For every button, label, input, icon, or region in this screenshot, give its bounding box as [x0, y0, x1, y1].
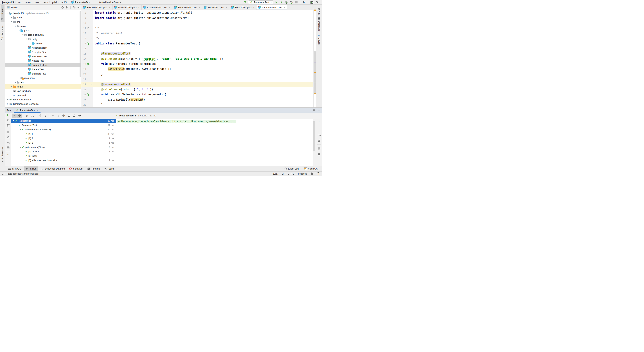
run-play-button[interactable] — [6, 113, 10, 117]
hide-button[interactable] — [77, 6, 80, 9]
tree-item-repeattest[interactable]: CRepeatTest — [5, 67, 81, 72]
tree-item-helloworldtest[interactable]: CHelloWorldTest — [5, 54, 81, 58]
status-indent[interactable]: 4 spaces — [298, 172, 307, 175]
search-everywhere-button[interactable] — [315, 0, 319, 4]
tree-expand-arrow[interactable]: ▼ — [18, 30, 20, 31]
test-row-test-results[interactable]: ▼✔Test Results37 ms — [11, 118, 116, 123]
trash-button[interactable] — [318, 152, 321, 156]
close-icon[interactable]: ✕ — [169, 6, 170, 9]
prev-button[interactable] — [51, 114, 56, 118]
profiler-button[interactable]: ▼ — [289, 0, 294, 4]
fold-marker[interactable]: ⌵ — [90, 99, 92, 100]
status-message[interactable]: Tests passed: 6 (moments ago) — [6, 172, 39, 175]
locate-button[interactable] — [61, 6, 64, 9]
close-icon[interactable]: ✕ — [37, 109, 39, 112]
editor-line-24[interactable]: 24⌵ void testWithValueSource(int argumen… — [81, 92, 316, 97]
editor-tab-nestedtest[interactable]: CNestedTest.java✕ — [202, 5, 229, 10]
test-row--1-racecar[interactable]: ✔[1] racecar1 ms — [11, 149, 116, 154]
editor-line-14[interactable]: 14public class ParameterTest { — [81, 41, 316, 46]
stop-button[interactable] — [294, 0, 298, 4]
fold-marker[interactable]: ⌵ — [90, 63, 92, 65]
restore-layout-button[interactable] — [6, 146, 10, 150]
close-icon[interactable]: ✕ — [284, 6, 285, 9]
tree-expand-arrow[interactable]: ▶ — [14, 81, 17, 83]
tree-item-assertionstest[interactable]: CAssertionsTest — [5, 46, 81, 50]
breadcrumb-tail[interactable]: testWithValueSource — [99, 1, 121, 4]
toolwindow-toggle-icon[interactable] — [2, 172, 5, 176]
run-with-coverage-button[interactable] — [284, 0, 288, 4]
unlock-button[interactable] — [310, 172, 313, 176]
test-row--2-2[interactable]: ✔[2] 21 ms — [11, 136, 116, 140]
editor-line-25[interactable]: 25⌵ assertNotNull(argument); — [81, 97, 316, 102]
breadcrumb-item[interactable]: pdai — [52, 1, 57, 4]
sort-alpha-button[interactable]: az — [25, 114, 30, 118]
toolwindow-button-sonarlint[interactable]: SonarLint — [67, 166, 85, 172]
editor-line-26[interactable]: 26⌵ } — [81, 102, 316, 107]
toolwindow-button-build[interactable]: Build — [102, 166, 115, 172]
editor-line-17[interactable]: 17⌵ @ValueSource(strings = { "racecar", … — [81, 56, 316, 61]
close-icon[interactable]: ✕ — [253, 6, 255, 9]
scroll-end-button[interactable] — [318, 139, 321, 142]
editor-line-11[interactable]: 11⌵/** — [81, 26, 316, 30]
down-button[interactable]: ↓ — [318, 126, 321, 129]
editor-tab-repeattest[interactable]: CRepeatTest.java✕ — [229, 5, 256, 10]
tree-expand-arrow[interactable]: ▼ — [26, 38, 28, 40]
next-button[interactable] — [56, 114, 61, 118]
collapse-all-button[interactable] — [65, 6, 68, 9]
tree-item-tech-pdai-junit5[interactable]: ▼tech.pdai.junit5 — [5, 32, 81, 37]
expand-all-button[interactable] — [38, 114, 42, 118]
editor-line-21[interactable]: 21 — [81, 77, 316, 82]
tree-item-java-junit5[interactable]: ▼java-junit5~/pdai/www/java-junit5 — [5, 11, 81, 15]
gear-button[interactable] — [312, 108, 316, 112]
fold-marker[interactable]: ⌵ — [90, 94, 92, 96]
fold-marker[interactable]: ⌵ — [90, 17, 92, 19]
soft-wrap-button[interactable] — [318, 133, 321, 136]
editor-line-8[interactable]: 8import static org.junit.jupiter.api.Ass… — [81, 10, 316, 15]
editor-tab-exceptiontest[interactable]: CExceptionTest.java✕ — [172, 5, 202, 10]
tree-expand-arrow[interactable]: ▶ — [6, 98, 9, 100]
gear-button[interactable] — [72, 6, 76, 9]
test-row--1-1[interactable]: ✔[1] 133 ms — [11, 132, 116, 136]
tab-list-chevron[interactable]: ⌄ — [311, 5, 316, 10]
auto-test-button[interactable] — [6, 124, 10, 127]
tree-item-parametertest[interactable]: CParameterTest — [5, 63, 81, 67]
editor-tab-standardtest[interactable]: CStandardTest.java✕ — [112, 5, 142, 10]
tree-expand-arrow[interactable]: ▼ — [6, 12, 9, 14]
tree-item-main[interactable]: ▼main — [5, 24, 81, 28]
import-results-button[interactable] — [66, 114, 71, 118]
sort-duration-button[interactable] — [30, 114, 35, 118]
tree-expand-arrow[interactable]: ▶ — [10, 86, 13, 88]
toolwindow-button-event-log[interactable]: Event Log — [282, 166, 300, 172]
tree-expand-arrow[interactable]: ▶ — [10, 16, 13, 18]
sidebar-item-database[interactable]: Database — [317, 16, 321, 32]
test-row--3-3[interactable]: ✔[3] 31 ms — [11, 140, 116, 145]
tree-expand-arrow[interactable]: ▶ — [6, 103, 9, 105]
run-console[interactable]: /Library/Java/JavaVirtualMachines/jdk1.8… — [116, 118, 313, 166]
ignore-filter-button[interactable] — [17, 114, 22, 118]
tree-item-test[interactable]: ▶test — [5, 80, 81, 84]
tree-item-entity[interactable]: ▼entity — [5, 37, 81, 41]
editor-line-12[interactable]: 12 * Parameter Test. — [81, 31, 316, 36]
sidebar-item-ant[interactable]: Ant — [317, 6, 321, 16]
test-row-testwithvaluesource-int-[interactable]: ▼✔testWithValueSource(int)35 ms — [11, 128, 116, 132]
tree-expand-arrow[interactable]: ▼ — [16, 124, 18, 126]
editor-error-stripe[interactable] — [313, 10, 316, 108]
tree-item-scratches-and-consoles[interactable]: ▶Scratches and Consoles — [5, 102, 81, 106]
editor-line-15[interactable]: 15 — [81, 46, 316, 51]
code-editor[interactable]: 8import static org.junit.jupiter.api.Ass… — [81, 10, 316, 108]
rerun-failed-button[interactable] — [6, 118, 10, 122]
run-gutter-icon[interactable] — [86, 42, 90, 45]
run-tab-parametertest[interactable]: ParameterTest ✕ — [14, 108, 40, 113]
history-button[interactable]: ▼ — [61, 114, 66, 118]
tree-expand-arrow[interactable]: ▼ — [19, 129, 22, 130]
sidebar-item-project[interactable]: 1: Project — [0, 6, 4, 22]
fold-marker[interactable]: ⌵ — [90, 53, 92, 54]
console-scrollbar[interactable] — [313, 121, 315, 151]
breadcrumb-item[interactable]: java-junit5 — [2, 1, 14, 4]
fold-marker[interactable]: ⌵ — [90, 73, 92, 75]
tree-item-nestedtest[interactable]: CNestedTest — [5, 58, 81, 63]
fold-marker[interactable]: ⌵ — [90, 38, 92, 39]
camera-button[interactable] — [6, 136, 10, 139]
run-config-select[interactable]: ParameterTest ▼ — [248, 0, 274, 4]
fold-marker[interactable]: ⌵ — [90, 27, 92, 29]
